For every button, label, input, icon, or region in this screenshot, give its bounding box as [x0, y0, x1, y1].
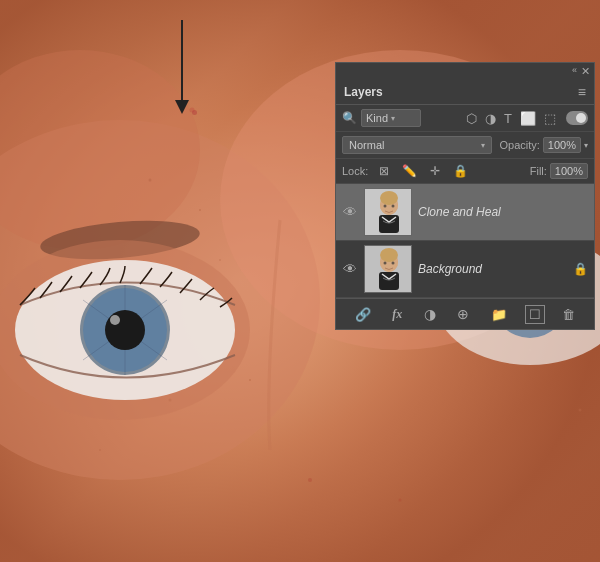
- svg-point-47: [384, 262, 387, 265]
- panel-menu-icon[interactable]: ≡: [578, 84, 586, 100]
- blemish-mark: [192, 110, 197, 115]
- layer-lock-icon: 🔒: [573, 262, 588, 276]
- svg-point-38: [380, 191, 398, 205]
- blend-mode-dropdown[interactable]: Normal ▾: [342, 136, 492, 154]
- type-filter-icon[interactable]: T: [502, 110, 514, 127]
- svg-point-40: [392, 205, 395, 208]
- lock-image-icon[interactable]: ✏️: [398, 162, 421, 180]
- blend-row: Normal ▾ Opacity: 100% ▾: [336, 132, 594, 159]
- new-group-button[interactable]: 📁: [487, 305, 511, 324]
- layer-name-background: Background: [418, 262, 567, 276]
- panel-close-icon[interactable]: ✕: [581, 65, 590, 78]
- arrow-shaft: [181, 20, 183, 100]
- layer-thumbnail-clone-heal: [364, 188, 412, 236]
- opacity-value[interactable]: 100%: [543, 137, 581, 153]
- opacity-group: Opacity: 100% ▾: [500, 137, 589, 153]
- fill-label: Fill:: [530, 165, 547, 177]
- fill-value[interactable]: 100%: [550, 163, 588, 179]
- link-layers-button[interactable]: 🔗: [351, 305, 375, 324]
- annotation-arrow: [175, 20, 189, 114]
- lock-label: Lock:: [342, 165, 368, 177]
- filter-icons: ⬡ ◑ T ⬜ ⬚: [464, 110, 558, 127]
- svg-point-46: [380, 248, 398, 262]
- layer-item-background[interactable]: 👁: [336, 241, 594, 298]
- svg-point-31: [308, 478, 312, 482]
- svg-point-8: [219, 259, 221, 261]
- lock-transparent-icon[interactable]: ⊠: [375, 162, 393, 180]
- filter-toggle[interactable]: [566, 111, 588, 125]
- panel-title: Layers: [344, 85, 383, 99]
- svg-point-4: [149, 179, 152, 182]
- lock-position-icon[interactable]: ✛: [426, 162, 444, 180]
- blend-mode-label: Normal: [349, 139, 384, 151]
- search-icon: 🔍: [342, 111, 357, 125]
- kind-dropdown[interactable]: Kind ▾: [361, 109, 421, 127]
- panel-collapse-left-icon[interactable]: «: [572, 65, 577, 78]
- lock-artboard-icon[interactable]: 🔒: [449, 162, 472, 180]
- filter-row: 🔍 Kind ▾ ⬡ ◑ T ⬜ ⬚: [336, 105, 594, 132]
- layers-list: 👁: [336, 184, 594, 298]
- layer-toolbar: 🔗 fx ◑ ⊕ 📁 ☐ 🗑: [336, 298, 594, 329]
- panel-top-bar: « ✕: [336, 63, 594, 80]
- svg-point-5: [199, 209, 201, 211]
- new-layer-button[interactable]: ☐: [525, 305, 545, 324]
- add-mask-button[interactable]: ◑: [420, 304, 440, 324]
- svg-point-25: [110, 315, 120, 325]
- layer-thumbnail-background: [364, 245, 412, 293]
- layer-visibility-clone-heal[interactable]: 👁: [342, 204, 358, 220]
- new-adjustment-button[interactable]: ⊕: [453, 304, 473, 324]
- adjustment-filter-icon[interactable]: ◑: [483, 110, 498, 127]
- lock-row: Lock: ⊠ ✏️ ✛ 🔒 Fill: 100%: [336, 159, 594, 184]
- layer-visibility-background[interactable]: 👁: [342, 261, 358, 277]
- shape-filter-icon[interactable]: ⬜: [518, 110, 538, 127]
- kind-label: Kind: [366, 112, 388, 124]
- svg-point-11: [249, 379, 251, 381]
- layer-name-clone-heal: Clone and Heal: [418, 205, 588, 219]
- opacity-chevron[interactable]: ▾: [584, 141, 588, 150]
- layer-item-clone-heal[interactable]: 👁: [336, 184, 594, 241]
- svg-point-14: [579, 409, 582, 412]
- arrow-head: [175, 100, 189, 114]
- blend-mode-chevron: ▾: [481, 141, 485, 150]
- svg-point-10: [99, 449, 101, 451]
- fill-group: Fill: 100%: [530, 163, 588, 179]
- svg-point-39: [384, 205, 387, 208]
- svg-point-32: [399, 499, 402, 502]
- panel-title-row: Layers ≡: [336, 80, 594, 105]
- fx-button[interactable]: fx: [388, 305, 406, 324]
- opacity-label: Opacity:: [500, 139, 540, 151]
- delete-layer-button[interactable]: 🗑: [558, 305, 579, 324]
- svg-point-24: [105, 310, 145, 350]
- smartobj-filter-icon[interactable]: ⬚: [542, 110, 558, 127]
- layers-panel: « ✕ Layers ≡ 🔍 Kind ▾ ⬡ ◑ T ⬜ ⬚ Normal ▾: [335, 62, 595, 330]
- pixel-filter-icon[interactable]: ⬡: [464, 110, 479, 127]
- svg-point-48: [392, 262, 395, 265]
- kind-chevron: ▾: [391, 114, 395, 123]
